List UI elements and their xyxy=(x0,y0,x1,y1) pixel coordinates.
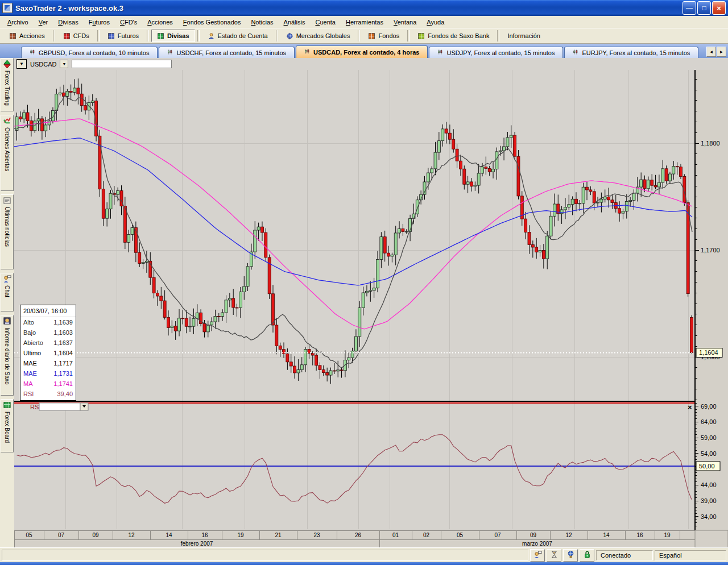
sidebar-item-label: Forex Trading xyxy=(4,70,10,106)
board-icon xyxy=(3,401,11,410)
tab-chart-icon xyxy=(304,48,311,56)
tab-usdcad[interactable]: USDCAD, Forex al contado, 4 horas xyxy=(296,45,428,58)
date-axis: 05070912141619212326010205070912141619fe… xyxy=(14,530,728,547)
rsi-dropdown[interactable] xyxy=(80,403,88,410)
symbol-dropdown[interactable]: ▼ xyxy=(60,60,68,68)
svg-text:23: 23 xyxy=(313,532,320,538)
sidebar-item-ordenes-abiertas[interactable]: Ordenes Abiertas xyxy=(1,115,14,191)
sidebar-item--ltimas-noticias[interactable]: Últimas noticias xyxy=(1,194,14,269)
svg-text:02: 02 xyxy=(423,532,430,538)
menu-item-ver[interactable]: Ver xyxy=(34,17,53,27)
tab-chart-icon xyxy=(437,49,444,56)
tab-chart-icon xyxy=(167,49,173,56)
toolbar-separator xyxy=(276,30,278,41)
minimize-button[interactable]: — xyxy=(682,1,696,15)
sidebar-item-chat[interactable]: Chat xyxy=(1,273,14,311)
tooltip-datetime: 20/03/07, 16:00 xyxy=(20,306,76,317)
menu-item-divisas[interactable]: Divisas xyxy=(53,17,83,27)
tab-usdjpy[interactable]: USDJPY, Forex al contado, 15 minutos xyxy=(429,47,563,58)
rsi-close-button[interactable]: × xyxy=(688,403,692,412)
toolbar-button-fondos-de-saxo-bank[interactable]: Fondos de Saxo Bank xyxy=(412,30,495,42)
tab-label: GBPUSD, Forex al contado, 10 minutos xyxy=(39,49,149,56)
futuros-icon xyxy=(107,32,115,40)
svg-text:34,00: 34,00 xyxy=(701,513,717,520)
toolbar-button-mercados-globales[interactable]: Mercados Globales xyxy=(280,30,356,42)
chat-status-button[interactable] xyxy=(530,549,545,562)
status-bar: Conectado Español xyxy=(0,547,728,562)
chart-menu-dropdown[interactable]: ▼ xyxy=(16,59,27,69)
tab-usdchf[interactable]: USDCHF, Forex al contado, 15 minutos xyxy=(159,47,295,58)
window-title: SaxoTrader 2 - workspace.ok.3 xyxy=(15,4,682,13)
menu-item-ayuda[interactable]: Ayuda xyxy=(421,17,449,27)
updown-arrows-icon xyxy=(3,60,11,69)
toolbar-button-label: Fondos de Saxo Bank xyxy=(428,32,489,39)
menu-item-futuros[interactable]: Futuros xyxy=(84,17,115,27)
svg-text:19: 19 xyxy=(664,532,671,538)
toolbar-separator xyxy=(97,30,100,41)
toolbar-button-label: Estado de Cuenta xyxy=(218,32,268,39)
fondos-icon xyxy=(368,32,375,40)
tab-chart-icon xyxy=(573,49,579,56)
svg-text:1,1700: 1,1700 xyxy=(701,247,720,254)
toolbar-button-acciones[interactable]: Acciones xyxy=(3,30,51,42)
hourglass-icon xyxy=(550,550,559,560)
menu-item-acciones[interactable]: Acciones xyxy=(142,17,178,27)
chart-panel: ▼ USDCAD ▼ RSI×1,18001,17001,16001,16046… xyxy=(14,58,728,547)
toolbar-separator xyxy=(497,30,499,41)
fondos-saxo-icon xyxy=(417,32,425,40)
lock-button[interactable] xyxy=(580,549,594,562)
menu-item-noticias[interactable]: Noticias xyxy=(246,17,278,27)
svg-text:16: 16 xyxy=(201,532,208,538)
toolbar-button-futuros[interactable]: Futuros xyxy=(102,30,144,42)
toolbar-button-label: Fondos xyxy=(378,32,399,39)
toolbar-button-cfds[interactable]: CFDs xyxy=(57,30,95,42)
toolbar-button-fondos[interactable]: Fondos xyxy=(362,30,405,42)
toolbar-separator xyxy=(407,30,410,41)
sidebar-item-label: Últimas noticias xyxy=(4,207,10,247)
sidebar-item-forex-trading[interactable]: Forex Trading xyxy=(1,58,14,111)
toolbar-button-label: Acciones xyxy=(19,32,45,39)
sidebar-item-label: Informe diario de Saxo xyxy=(4,327,10,385)
tooltip-row-ma: MA1,1741 xyxy=(20,379,76,389)
tab-scroll-right[interactable]: ► xyxy=(717,47,726,57)
report-icon xyxy=(3,317,11,326)
svg-text:12: 12 xyxy=(565,532,572,538)
connection-status: Conectado xyxy=(596,550,653,560)
svg-text:54,00: 54,00 xyxy=(701,450,717,457)
tab-gbpusd[interactable]: GBPUSD, Forex al contado, 10 minutos xyxy=(21,47,158,58)
sidebar-item-label: Forex Board xyxy=(4,412,10,443)
menu-item-fondos-gestionados[interactable]: Fondos Gestionados xyxy=(178,17,246,27)
toolbar-button-informaci-n[interactable]: Información xyxy=(502,30,545,42)
hourglass-button[interactable] xyxy=(547,549,561,562)
orders-icon xyxy=(3,117,11,126)
tab-eurjpy[interactable]: EURJPY, Forex al contado, 15 minutos xyxy=(564,47,698,58)
chart-tabstrip: GBPUSD, Forex al contado, 10 minutosUSDC… xyxy=(0,44,728,58)
chart-toolbar: ▼ USDCAD ▼ xyxy=(14,58,728,70)
mercados-globales-icon xyxy=(286,32,293,40)
menu-item-an-lisis[interactable]: Análisis xyxy=(279,17,311,27)
tooltip-row-mae: MAE1,1731 xyxy=(20,368,76,379)
close-button[interactable]: × xyxy=(712,1,726,15)
toolbar-button-estado-de-cuenta[interactable]: Estado de Cuenta xyxy=(202,30,274,42)
sidebar-item-informe-diario-de-saxo[interactable]: Informe diario de Saxo xyxy=(1,315,14,396)
menu-item-archivo[interactable]: Archivo xyxy=(2,17,34,27)
restore-button[interactable]: □ xyxy=(697,1,711,15)
network-button[interactable] xyxy=(563,549,578,562)
tab-scroll-left[interactable]: ◄ xyxy=(706,47,716,57)
sidebar-item-forex-board[interactable]: Forex Board xyxy=(1,399,14,452)
rsi-mid-badge: 50,00 xyxy=(699,463,715,470)
tooltip-row-rsi: RSI39,40 xyxy=(20,389,76,399)
svg-text:64,00: 64,00 xyxy=(701,418,717,425)
svg-text:05: 05 xyxy=(457,532,464,538)
menu-item-cfd-s[interactable]: CFD's xyxy=(115,17,142,27)
svg-text:1,1800: 1,1800 xyxy=(701,140,720,147)
menu-item-cuenta[interactable]: Cuenta xyxy=(310,17,340,27)
toolbar-button-divisas[interactable]: Divisas xyxy=(151,30,195,42)
network-icon xyxy=(566,550,575,560)
menu-item-herramientas[interactable]: Herramientas xyxy=(341,17,388,27)
menu-item-ventana[interactable]: Ventana xyxy=(388,17,421,27)
app-icon xyxy=(2,3,13,13)
estado-cuenta-icon xyxy=(208,32,215,40)
tab-label: EURJPY, Forex al contado, 15 minutos xyxy=(582,49,690,56)
chart-search-field[interactable] xyxy=(72,60,172,68)
